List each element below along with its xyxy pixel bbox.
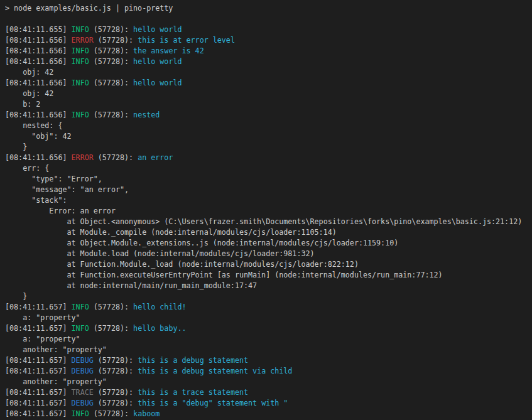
log-line: [08:41:11.657] TRACE (57728): this is a … (5, 387, 532, 398)
log-line: [08:41:11.655] INFO (57728): hello world (5, 24, 532, 35)
stack-line: at Function.executeUserEntryPoint [as ru… (5, 271, 443, 279)
stack-line: Error: an error (5, 207, 116, 215)
log-line: [08:41:11.656] INFO (57728): hello world (5, 57, 532, 67)
level: TRACE (72, 388, 94, 397)
message: nested (133, 110, 160, 119)
property: "type": "Error", (5, 175, 102, 183)
level: INFO (72, 78, 89, 87)
pid: (57728): (94, 36, 138, 45)
log-line: [08:41:11.657] DEBUG (57728): this is a … (5, 398, 532, 409)
level: INFO (72, 25, 89, 34)
level: INFO (72, 57, 89, 66)
message: kaboom (133, 409, 160, 418)
log-line: [08:41:11.657] DEBUG (57728): this is a … (5, 366, 532, 377)
property: "obj": 42 (5, 132, 72, 141)
detail-line: "message": "an error", (5, 185, 532, 195)
detail-line: "obj": 42 (5, 131, 532, 142)
log-line: [08:41:11.656] ERROR (57728): an error (5, 153, 532, 163)
pid: (57728): (89, 57, 133, 66)
detail-line: another: "property" (5, 345, 532, 355)
message: an error (138, 153, 173, 162)
message: this is a trace statement (138, 388, 248, 397)
detail-line: at Object.<anonymous> (C:\Users\frazer.s… (5, 217, 532, 227)
property: a: "property" (5, 313, 80, 322)
timestamp: [08:41:11.656] (5, 153, 72, 162)
log-line: [08:41:11.657] DEBUG (57728): this is a … (5, 355, 532, 366)
message: this is a "debug" statement with " (138, 399, 288, 407)
timestamp: [08:41:11.657] (5, 367, 72, 375)
timestamp: [08:41:11.656] (5, 57, 72, 66)
pid: (57728): (94, 367, 138, 375)
level: DEBUG (72, 399, 94, 407)
detail-line: err: { (5, 163, 532, 174)
detail-line: a: "property" (5, 313, 532, 323)
detail-line: at Object.Module._extensions..js (node:i… (5, 238, 532, 249)
pid: (57728): (89, 303, 133, 311)
detail-line: } (5, 291, 532, 302)
pid: (57728): (89, 409, 133, 418)
timestamp: [08:41:11.657] (5, 409, 72, 418)
stack-line: at Function.Module._load (node:internal/… (5, 260, 359, 269)
timestamp: [08:41:11.657] (5, 388, 72, 397)
message: this is a debug statement via child (138, 367, 292, 375)
timestamp: [08:41:11.656] (5, 46, 72, 55)
message: hello world (133, 25, 182, 34)
message: this is a debug statement (138, 356, 248, 365)
pid: (57728): (94, 153, 138, 162)
detail-line: "type": "Error", (5, 174, 532, 185)
log-line: [08:41:11.657] INFO (57728): hello baby.… (5, 323, 532, 334)
log-line: [08:41:11.656] INFO (57728): hello world (5, 78, 532, 89)
pid: (57728): (94, 399, 138, 407)
property: obj: 42 (5, 68, 53, 77)
pid: (57728): (89, 324, 133, 333)
pid: (57728): (89, 110, 133, 119)
property: err: { (5, 164, 49, 173)
stack-line: at Module.load (node:internal/modules/cj… (5, 249, 315, 258)
timestamp: [08:41:11.655] (5, 25, 72, 34)
message: hello child! (133, 303, 186, 311)
log-line: [08:41:11.656] ERROR (57728): this is at… (5, 35, 532, 46)
pid: (57728): (89, 46, 133, 55)
property: another: "property" (5, 345, 107, 354)
message: hello baby.. (133, 324, 186, 333)
property: b: 2 (5, 100, 40, 109)
detail-line: obj: 42 (5, 89, 532, 99)
property: } (5, 143, 27, 151)
pid: (57728): (94, 388, 138, 397)
timestamp: [08:41:11.657] (5, 324, 72, 333)
level: INFO (72, 110, 89, 119)
detail-line: at Module._compile (node:internal/module… (5, 227, 532, 238)
property: } (5, 292, 27, 301)
timestamp: [08:41:11.657] (5, 303, 72, 311)
property: "message": "an error", (5, 185, 129, 194)
prompt: > (5, 4, 14, 13)
log-line: [08:41:11.656] INFO (57728): nested (5, 110, 532, 121)
pid: (57728): (89, 25, 133, 34)
detail-line: at Function.Module._load (node:internal/… (5, 259, 532, 270)
detail-line: obj: 42 (5, 67, 532, 78)
pid: (57728): (94, 356, 138, 365)
detail-line: another: "property" (5, 377, 532, 387)
detail-line: b: 2 (5, 99, 532, 110)
level: INFO (72, 46, 89, 55)
command-line: > node examples/basic.js | pino-pretty (5, 3, 532, 14)
level: ERROR (72, 36, 94, 45)
level: DEBUG (72, 356, 94, 365)
command-text: node examples/basic.js | pino-pretty (14, 4, 173, 13)
timestamp: [08:41:11.656] (5, 78, 72, 87)
property: "stack": (5, 196, 67, 205)
detail-line: nested: { (5, 121, 532, 131)
message: hello world (133, 78, 182, 87)
level: ERROR (72, 153, 94, 162)
property: nested: { (5, 121, 62, 130)
message: hello world (133, 57, 182, 66)
timestamp: [08:41:11.657] (5, 399, 72, 407)
timestamp: [08:41:11.657] (5, 356, 72, 365)
property: another: "property" (5, 377, 107, 386)
stack-line: at Object.Module._extensions..js (node:i… (5, 239, 398, 247)
property: obj: 42 (5, 89, 53, 98)
detail-line: a: "property" (5, 334, 532, 345)
terminal-output[interactable]: > node examples/basic.js | pino-pretty [… (0, 0, 532, 420)
stack-line: at node:internal/main/run_main_module:17… (5, 281, 257, 290)
blank-line (5, 14, 532, 24)
